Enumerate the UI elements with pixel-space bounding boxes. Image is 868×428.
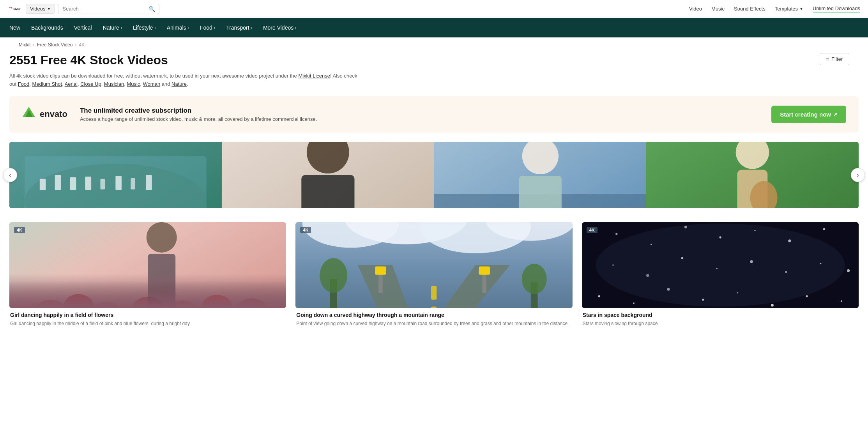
category-new[interactable]: New [9, 25, 20, 31]
svg-rect-51 [375, 266, 386, 274]
breadcrumb-separator-1: › [33, 42, 35, 48]
envato-logo: envato [22, 106, 67, 123]
category-backgrounds[interactable]: Backgrounds [31, 25, 63, 31]
svg-point-91 [596, 223, 845, 306]
carousel-item-3 [434, 142, 647, 208]
carousel-prev-button[interactable]: ‹ [3, 168, 17, 182]
nav-templates-link[interactable]: Templates ▼ [775, 6, 803, 12]
quality-badge-2: 4K [300, 227, 311, 233]
nav-music-link[interactable]: Music [711, 6, 725, 12]
music-link[interactable]: Music [127, 81, 140, 87]
video-grid: 4K Girl dancing happily in a field of fl… [9, 222, 859, 344]
video-thumbnail-2[interactable]: 4K [295, 222, 572, 308]
carousel-item-1: envato [9, 142, 222, 208]
category-lifestyle[interactable]: Lifestyle › [133, 25, 156, 31]
woman-link[interactable]: Woman [143, 81, 161, 87]
food-link[interactable]: Food [18, 81, 30, 87]
video-card-3: 4K Stars in space background Stars movin… [582, 222, 859, 329]
breadcrumb: Mixkit › Free Stock Video › 4K [9, 37, 859, 49]
animals-arrow-icon: › [188, 26, 189, 30]
envato-brand-name: envato [40, 109, 67, 119]
quality-badge-1: 4K [14, 227, 25, 233]
nav-unlimited-link[interactable]: Unlimited Downloads [813, 5, 860, 12]
category-transport[interactable]: Transport › [226, 25, 252, 31]
main-content: Mixkit › Free Stock Video › 4K 2551 Free… [0, 37, 868, 344]
svg-point-74 [823, 228, 825, 230]
nature-link[interactable]: Nature [171, 81, 187, 87]
video-thumbnail-1[interactable]: 4K [9, 222, 286, 308]
svg-point-89 [806, 295, 808, 297]
envato-leaf-icon [22, 106, 36, 123]
top-nav-links: Video Music Sound Effects Templates ▼ Un… [689, 5, 860, 12]
svg-rect-17 [146, 175, 152, 190]
video-info-1: Girl dancing happily in a field of flowe… [9, 308, 286, 329]
svg-rect-48 [431, 306, 437, 308]
transport-arrow-icon: › [251, 26, 252, 30]
logo[interactable]: mixkit [8, 2, 21, 16]
lifestyle-arrow-icon: › [154, 26, 156, 30]
category-nature[interactable]: Nature › [103, 25, 122, 31]
top-navigation: mixkit Videos ▼ 🔍 Video Music Sound Effe… [0, 0, 868, 18]
carousel-item-4 [646, 142, 859, 208]
svg-point-83 [598, 295, 600, 297]
svg-point-36 [164, 300, 200, 308]
svg-point-57 [522, 264, 547, 294]
video-title-2: Going down a curved highway through a mo… [296, 312, 571, 318]
svg-point-84 [633, 302, 635, 304]
medium-shot-link[interactable]: Medium Shot [32, 81, 62, 87]
filter-button[interactable]: ≡ Filter [820, 53, 849, 65]
svg-rect-26 [519, 176, 561, 208]
close-up-link[interactable]: Close Up [80, 81, 101, 87]
video-thumbnail-3[interactable]: 4K [582, 222, 859, 308]
external-link-icon: ↗ [833, 111, 838, 117]
video-desc-2: Point of view going down a curved highwa… [296, 320, 571, 327]
title-row: 2551 Free 4K Stock Videos ≡ Filter [9, 53, 859, 67]
nav-video-link[interactable]: Video [689, 6, 702, 12]
breadcrumb-mixkit[interactable]: Mixkit [19, 42, 31, 48]
aerial-link[interactable]: Aerial [65, 81, 78, 87]
search-bar: 🔍 [58, 4, 159, 14]
svg-rect-53 [479, 266, 490, 274]
videos-label: Videos [30, 6, 46, 12]
envato-banner: envato The unlimited creative subscripti… [9, 96, 859, 133]
svg-point-82 [847, 269, 850, 272]
category-food[interactable]: Food › [200, 25, 215, 31]
videos-dropdown[interactable]: Videos ▼ [26, 4, 55, 14]
category-vertical[interactable]: Vertical [74, 25, 92, 31]
svg-rect-15 [115, 176, 122, 190]
envato-description: Access a huge range of unlimited stock v… [80, 116, 759, 122]
category-navigation: New Backgrounds Vertical Nature › Lifest… [0, 18, 868, 37]
video-card-1: 4K Girl dancing happily in a field of fl… [9, 222, 286, 329]
video-info-2: Going down a curved highway through a mo… [295, 308, 572, 329]
nav-sound-effects-link[interactable]: Sound Effects [734, 6, 765, 12]
carousel-next-button[interactable]: › [851, 168, 865, 182]
musician-link[interactable]: Musician [104, 81, 124, 87]
category-more-videos[interactable]: More Videos › [263, 25, 297, 31]
carousel-track: envato [9, 142, 859, 208]
more-videos-arrow-icon: › [295, 26, 296, 30]
mixkit-license-link[interactable]: Mixkit License [298, 73, 330, 79]
envato-carousel: ‹ [9, 142, 859, 208]
svg-rect-21 [301, 175, 354, 208]
envato-cta-button[interactable]: Start creating now ↗ [771, 106, 846, 123]
svg-rect-14 [100, 179, 105, 189]
search-input[interactable] [62, 6, 148, 12]
svg-rect-10 [40, 179, 46, 190]
video-info-3: Stars in space background Stars moving s… [582, 308, 859, 329]
page-description: All 4k stock video clips can be download… [9, 72, 360, 88]
svg-point-88 [771, 304, 773, 306]
svg-rect-47 [431, 286, 437, 300]
svg-rect-12 [70, 177, 76, 190]
envato-promo-text: The unlimited creative subscription Acce… [80, 107, 759, 122]
svg-rect-52 [483, 272, 487, 292]
svg-point-37 [202, 295, 232, 308]
video-desc-3: Stars moving slowing through space [583, 320, 858, 327]
svg-point-33 [64, 294, 94, 308]
dropdown-arrow-icon: ▼ [47, 7, 51, 11]
svg-text:mixkit: mixkit [13, 7, 21, 10]
svg-point-35 [131, 297, 164, 308]
category-animals[interactable]: Animals › [167, 25, 189, 31]
templates-dropdown-icon: ▼ [799, 7, 803, 11]
page-title: 2551 Free 4K Stock Videos [9, 53, 859, 67]
breadcrumb-free-stock-video[interactable]: Free Stock Video [37, 42, 73, 48]
